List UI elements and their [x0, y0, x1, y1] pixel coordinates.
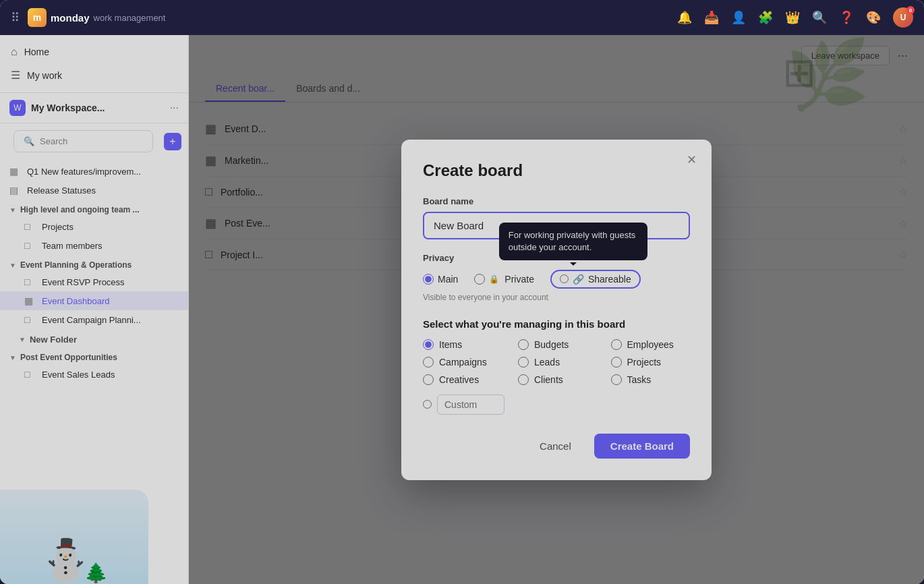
doc-icon-4: □: [24, 276, 36, 287]
managing-section: Select what you're managing in this boar…: [423, 318, 690, 415]
modal-overlay[interactable]: ✕ Create board Board name Privacy Main: [189, 35, 924, 584]
managing-option-budgets[interactable]: Budgets: [518, 339, 598, 350]
avatar[interactable]: U 0: [893, 7, 913, 28]
header-icons: 🔔 📥 👤 🧩 👑 🔍 ❓ 🎨 U 0: [677, 7, 913, 28]
sidebar-item-q1[interactable]: ▦ Q1 New features/improvem...: [0, 162, 188, 181]
managing-option-campaigns[interactable]: Campaigns: [423, 357, 504, 368]
sidebar-item-mywork[interactable]: ☰ My work: [0, 63, 188, 87]
workspace-name[interactable]: My Workspace...: [31, 103, 165, 113]
custom-input-row: [423, 395, 504, 415]
privacy-section: Privacy Main 🔒 Private: [423, 253, 690, 302]
custom-text-input[interactable]: [437, 395, 504, 415]
person-icon[interactable]: 👤: [731, 10, 746, 25]
sidebar-add-button[interactable]: +: [164, 133, 181, 150]
help-icon[interactable]: ❓: [839, 10, 854, 25]
workspace-more-icon[interactable]: ···: [170, 102, 179, 114]
home-icon: ⌂: [11, 46, 18, 58]
managing-campaigns-label: Campaigns: [439, 357, 487, 368]
sidebar-item-eventdash[interactable]: ▦ Event Dashboard: [0, 291, 188, 310]
sidebar-section-newfolder-label: New Folder: [30, 334, 77, 345]
managing-radio-leads[interactable]: [518, 357, 529, 368]
managing-grid: Items Budgets Employees: [423, 339, 690, 415]
sidebar-item-projects-label: Projects: [42, 222, 74, 232]
collapse-arrow-icon-2: ▼: [9, 262, 16, 269]
sidebar-nav: ⌂ Home ☰ My work: [0, 35, 188, 93]
collapse-arrow-icon-3: ▼: [19, 336, 26, 343]
main-content: 🌿 ⊞ Leave workspace ··· Recent boar... B…: [189, 35, 924, 584]
managing-radio-tasks[interactable]: [611, 374, 622, 385]
sidebar-item-eventcampaign[interactable]: □ Event Campaign Planni...: [0, 310, 188, 329]
search-icon[interactable]: 🔍: [812, 10, 827, 25]
share-icon: 🔗: [573, 274, 584, 285]
privacy-option-private[interactable]: 🔒 Private: [474, 274, 534, 285]
modal-close-button[interactable]: ✕: [682, 150, 701, 169]
sidebar-section-postevents-label: Post Event Opportunities: [20, 353, 117, 362]
managing-radio-projects[interactable]: [611, 357, 622, 368]
crown-icon[interactable]: 👑: [785, 10, 800, 25]
sidebar-search[interactable]: 🔍 Search: [13, 130, 153, 152]
managing-option-clients[interactable]: Clients: [518, 374, 598, 385]
board-name-label: Board name: [423, 196, 690, 206]
sidebar-section-highlevel[interactable]: ▼ High level and ongoing team ...: [0, 200, 188, 217]
managing-option-employees[interactable]: Employees: [611, 339, 691, 350]
managing-clients-label: Clients: [534, 374, 563, 385]
create-board-button[interactable]: Create Board: [594, 434, 690, 459]
sidebar-item-release-label: Release Statuses: [27, 185, 96, 196]
shareable-tooltip: For working privately with guests outsid…: [499, 223, 647, 260]
sidebar-item-home[interactable]: ⌂ Home: [0, 40, 188, 63]
sidebar-item-projects[interactable]: □ Projects: [0, 217, 188, 236]
puzzle-icon[interactable]: 🧩: [758, 10, 773, 25]
privacy-option-main[interactable]: Main: [423, 274, 458, 285]
sidebar: ⌂ Home ☰ My work W My Workspace... ··· 🔍…: [0, 35, 189, 584]
managing-option-projects[interactable]: Projects: [611, 357, 691, 368]
sidebar-item-release[interactable]: ▤ Release Statuses: [0, 181, 188, 200]
app-container: ⠿ m monday work management 🔔 📥 👤 🧩 👑 🔍 ❓…: [0, 0, 924, 584]
create-board-modal: ✕ Create board Board name Privacy Main: [401, 140, 712, 480]
managing-option-creatives[interactable]: Creatives: [423, 374, 504, 385]
logo-subtext: work management: [94, 13, 166, 23]
logo-icon: m: [28, 8, 47, 27]
inbox-icon[interactable]: 📥: [704, 10, 719, 25]
managing-radio-custom[interactable]: [423, 400, 432, 409]
managing-employees-label: Employees: [627, 339, 674, 350]
managing-leads-label: Leads: [534, 357, 560, 368]
palette-icon[interactable]: 🎨: [866, 10, 881, 25]
sidebar-item-eventsales[interactable]: □ Event Sales Leads: [0, 365, 188, 384]
sidebar-section-eventops[interactable]: ▼ Event Planning & Operations: [0, 255, 188, 272]
bell-icon[interactable]: 🔔: [677, 10, 692, 25]
privacy-option-shareable[interactable]: 🔗 Shareable: [550, 270, 641, 289]
top-header: ⠿ m monday work management 🔔 📥 👤 🧩 👑 🔍 ❓…: [0, 0, 924, 35]
managing-radio-items[interactable]: [423, 339, 434, 350]
managing-radio-clients[interactable]: [518, 374, 529, 385]
mywork-icon: ☰: [11, 69, 20, 82]
privacy-radio-main[interactable]: [423, 274, 434, 285]
sidebar-item-team[interactable]: □ Team members: [0, 236, 188, 255]
managing-budgets-label: Budgets: [534, 339, 569, 350]
managing-radio-budgets[interactable]: [518, 339, 529, 350]
managing-projects-label: Projects: [627, 357, 662, 368]
sidebar-item-eventrsvp[interactable]: □ Event RSVP Process: [0, 272, 188, 291]
privacy-radio-private[interactable]: [474, 274, 485, 285]
modal-title: Create board: [423, 161, 690, 180]
privacy-options: Main 🔒 Private: [423, 270, 690, 289]
sidebar-section-newfolder[interactable]: ▼ New Folder: [0, 329, 188, 347]
grid-menu-icon[interactable]: ⠿: [11, 10, 20, 25]
sidebar-section-postevents[interactable]: ▼ Post Event Opportunities: [0, 347, 188, 365]
privacy-visible-text: Visible to everyone in your account: [423, 293, 690, 302]
managing-radio-campaigns[interactable]: [423, 357, 434, 368]
board-icon-2: ▦: [24, 295, 36, 306]
shareable-container: 🔗 Shareable For working privately with g…: [550, 270, 641, 289]
privacy-radio-shareable[interactable]: [560, 274, 569, 283]
cancel-button[interactable]: Cancel: [525, 434, 586, 459]
managing-option-tasks[interactable]: Tasks: [611, 374, 691, 385]
managing-radio-creatives[interactable]: [423, 374, 434, 385]
managing-radio-employees[interactable]: [611, 339, 622, 350]
doc-icon-5: □: [24, 314, 36, 325]
managing-option-items[interactable]: Items: [423, 339, 504, 350]
sidebar-item-eventcampaign-label: Event Campaign Planni...: [42, 315, 141, 325]
sidebar-workspace: W My Workspace... ···: [0, 93, 188, 123]
privacy-main-label: Main: [438, 274, 458, 285]
managing-option-leads[interactable]: Leads: [518, 357, 598, 368]
managing-creatives-label: Creatives: [439, 374, 479, 385]
tooltip-text: For working privately with guests outsid…: [509, 230, 636, 252]
